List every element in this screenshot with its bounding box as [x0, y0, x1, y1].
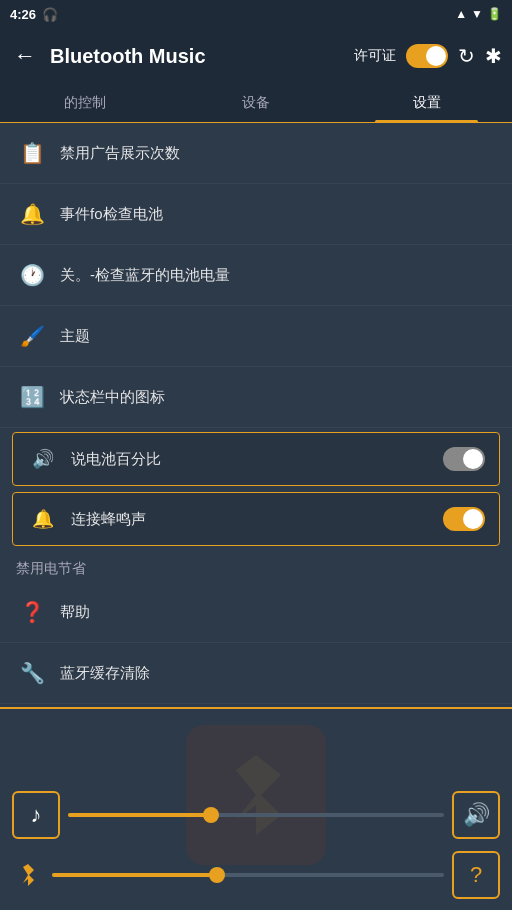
statusbar-icon: 🔢 [16, 381, 48, 413]
bluetooth-bottom-icon [12, 859, 44, 891]
cache-clear-label: 蓝牙缓存清除 [60, 664, 496, 683]
ads-icon: 📋 [16, 137, 48, 169]
power-save-label: 禁用电节省 [16, 560, 86, 576]
bottom-area: ♪ 🔊 [0, 709, 512, 909]
status-right-icons: ▲ ▼ 🔋 [455, 7, 502, 21]
volume-slider-container[interactable] [68, 805, 444, 825]
question-icon: ? [470, 862, 482, 888]
bt-slider-fill [52, 873, 217, 877]
battery-pct-row: 🔊 说电池百分比 [12, 432, 500, 486]
theme-item[interactable]: 🖌️ 主题 [0, 306, 512, 367]
app-title: Bluetooth Music [50, 45, 344, 68]
speaker-icon: 🔊 [27, 443, 59, 475]
disable-ads-item[interactable]: 📋 禁用广告展示次数 [0, 123, 512, 184]
bt-slider-container[interactable] [52, 865, 444, 885]
tab-settings[interactable]: 设置 [341, 84, 512, 122]
theme-icon: 🖌️ [16, 320, 48, 352]
battery-pct-label: 说电池百分比 [71, 450, 431, 469]
volume-icon: 🔊 [463, 802, 490, 828]
event-battery-item[interactable]: 🔔 事件fo检查电池 [0, 184, 512, 245]
power-save-section: 禁用电节省 [0, 550, 512, 582]
theme-label: 主题 [60, 327, 496, 346]
connect-beep-toggle[interactable] [443, 507, 485, 531]
event-icon: 🔔 [16, 198, 48, 230]
volume-button[interactable]: 🔊 [452, 791, 500, 839]
permission-label: 许可证 [354, 47, 396, 65]
refresh-icon[interactable]: ↻ [458, 44, 475, 68]
help-button[interactable]: ? [452, 851, 500, 899]
bluetooth-control-row: ? [12, 851, 500, 899]
disable-ads-label: 禁用广告展示次数 [60, 144, 496, 163]
wifi-icon: ▼ [471, 7, 483, 21]
volume-control-row: ♪ 🔊 [12, 791, 500, 839]
status-time: 4:26 [10, 7, 36, 22]
bluetooth-header-icon[interactable]: ✱ [485, 44, 502, 68]
wrench-icon: 🔧 [16, 657, 48, 689]
music-note-icon: ♪ [31, 802, 42, 828]
signal-icon: ▲ [455, 7, 467, 21]
bell-icon: 🔔 [27, 503, 59, 535]
permission-toggle[interactable] [406, 44, 448, 68]
tab-control[interactable]: 的控制 [0, 84, 171, 122]
volume-slider-thumb[interactable] [203, 807, 219, 823]
event-battery-label: 事件fo检查电池 [60, 205, 496, 224]
header-actions: 许可证 ↻ ✱ [354, 44, 502, 68]
help-icon: ❓ [16, 596, 48, 628]
settings-content: 📋 禁用广告展示次数 🔔 事件fo检查电池 🕐 关。-检查蓝牙的电池电量 🖌️ … [0, 123, 512, 707]
headphones-icon: 🎧 [42, 7, 58, 22]
battery-pct-toggle[interactable] [443, 447, 485, 471]
status-icon-label: 状态栏中的图标 [60, 388, 496, 407]
cache-clear-item[interactable]: 🔧 蓝牙缓存清除 [0, 643, 512, 704]
connect-beep-row: 🔔 连接蜂鸣声 [12, 492, 500, 546]
status-icon-item[interactable]: 🔢 状态栏中的图标 [0, 367, 512, 428]
bottom-controls: ♪ 🔊 [0, 781, 512, 909]
connect-beep-label: 连接蜂鸣声 [71, 510, 431, 529]
bt-slider-track [52, 873, 444, 877]
bt-slider-thumb[interactable] [209, 867, 225, 883]
battery-icon: 🔋 [487, 7, 502, 21]
check-battery-label: 关。-检查蓝牙的电池电量 [60, 266, 496, 285]
volume-slider-fill [68, 813, 211, 817]
volume-slider-track [68, 813, 444, 817]
app-header: ← Bluetooth Music 许可证 ↻ ✱ [0, 28, 512, 84]
music-note-button[interactable]: ♪ [12, 791, 60, 839]
clock-icon: 🕐 [16, 259, 48, 291]
help-item[interactable]: ❓ 帮助 [0, 582, 512, 643]
check-battery-item[interactable]: 🕐 关。-检查蓝牙的电池电量 [0, 245, 512, 306]
back-button[interactable]: ← [10, 39, 40, 73]
status-bar: 4:26 🎧 ▲ ▼ 🔋 [0, 0, 512, 28]
help-label: 帮助 [60, 603, 496, 622]
status-icons: 🎧 [42, 7, 58, 22]
tab-device[interactable]: 设备 [171, 84, 342, 122]
tab-bar: 的控制 设备 设置 [0, 84, 512, 123]
